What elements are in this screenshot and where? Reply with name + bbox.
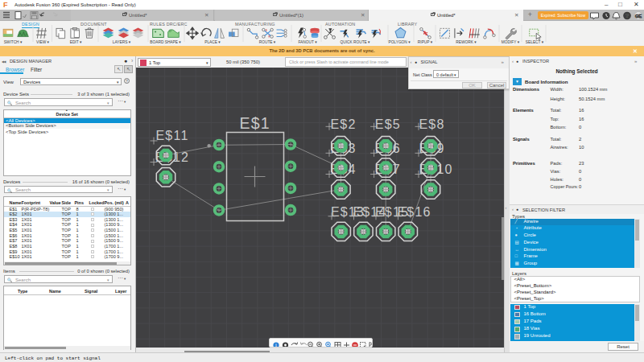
svg-text:E$1: E$1 — [240, 114, 270, 132]
svg-text:E$2: E$2 — [331, 117, 357, 131]
svg-text:E$5: E$5 — [375, 117, 401, 131]
svg-text:i: i — [275, 342, 277, 348]
svg-text:E$11: E$11 — [156, 129, 189, 142]
svg-text:E$8: E$8 — [419, 117, 445, 131]
svg-text:E$16: E$16 — [398, 205, 431, 219]
svg-text:?: ? — [625, 13, 629, 19]
svg-text:GE: GE — [635, 14, 642, 19]
